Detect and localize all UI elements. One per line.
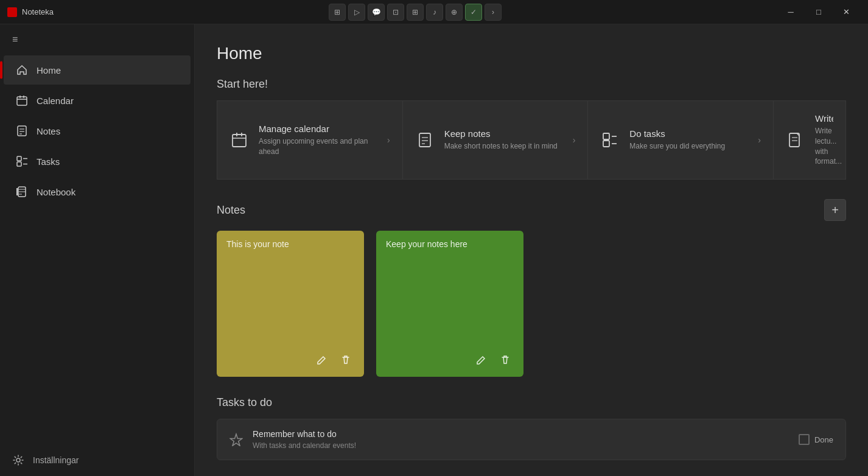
app-name: Noteteka [22, 7, 54, 16]
note-card-2[interactable]: Keep your notes here [376, 231, 523, 377]
notebook-icon [16, 186, 28, 198]
manage-calendar-icon [229, 130, 249, 150]
note-2-delete-button[interactable] [497, 351, 514, 368]
toolbar-btn-5[interactable]: ⊞ [407, 4, 424, 21]
note-card-1-text: This is your note [226, 239, 354, 249]
sidebar-item-notes[interactable]: Notes [4, 116, 191, 145]
close-button[interactable]: ✕ [833, 2, 861, 22]
titlebar-left: Noteteka [7, 7, 54, 17]
sidebar-item-notes-label: Notes [37, 126, 60, 136]
notes-section-title: Notes [217, 204, 245, 217]
write-icon [786, 130, 805, 150]
do-tasks-chevron: › [758, 135, 761, 145]
settings-label: Inställningar [33, 455, 79, 465]
minimize-button[interactable]: ─ [777, 2, 805, 22]
maximize-button[interactable]: □ [805, 2, 833, 22]
toolbar-btn-3[interactable]: 💬 [368, 4, 385, 21]
note-card-2-actions [386, 351, 514, 368]
svg-rect-1 [17, 97, 27, 105]
action-card-manage-calendar[interactable]: Manage calendar Assign upcoming events a… [217, 100, 402, 180]
do-tasks-subtitle: Make sure you did everything [629, 141, 748, 152]
svg-rect-9 [17, 156, 21, 161]
titlebar: Noteteka ⊞ ▷ 💬 ⊡ ⊞ ♪ ⊕ ✓ › ─ □ ✕ [0, 0, 868, 24]
manage-calendar-subtitle: Assign upcoming events and plan ahead [259, 136, 377, 157]
note-1-edit-button[interactable] [313, 351, 330, 368]
sidebar-item-home[interactable]: Home [4, 55, 191, 85]
titlebar-center-controls: ⊞ ▷ 💬 ⊡ ⊞ ♪ ⊕ ✓ › [329, 4, 502, 21]
task-1-subtitle: With tasks and calendar events! [253, 441, 789, 450]
task-1-star-button[interactable] [229, 433, 243, 446]
tasks-section-title: Tasks to do [217, 396, 846, 409]
svg-rect-31 [789, 133, 799, 147]
notes-grid: This is your note Keep your notes [217, 231, 846, 377]
sidebar-item-notebook-label: Notebook [37, 187, 75, 197]
settings-icon [12, 454, 24, 466]
action-card-keep-notes[interactable]: Keep notes Make short notes to keep it i… [402, 100, 588, 180]
toolbar-btn-1[interactable]: ⊞ [329, 4, 346, 21]
sidebar-item-calendar[interactable]: Calendar [4, 86, 191, 115]
svg-rect-28 [603, 141, 609, 147]
sidebar: ≡ Home Cale [0, 24, 195, 476]
action-card-do-tasks[interactable]: Do tasks Make sure you did everything › [587, 100, 773, 180]
svg-rect-10 [17, 162, 21, 166]
svg-rect-0 [9, 9, 15, 15]
svg-point-18 [16, 458, 20, 462]
keep-notes-text: Keep notes Make short notes to keep it i… [444, 128, 563, 152]
task-item-1: Remember what to do With tasks and calen… [217, 419, 846, 460]
home-icon [16, 64, 28, 76]
tasks-section: Tasks to do Remember what to do With tas… [217, 396, 846, 460]
keep-notes-icon [415, 130, 435, 150]
sidebar-item-notebook[interactable]: Notebook [4, 177, 191, 206]
action-card-write[interactable]: Write it d... Write lectu... with format… [773, 100, 846, 180]
svg-rect-27 [603, 133, 609, 139]
main-content: Home Start here! Manage calendar Assign … [195, 24, 868, 476]
task-1-title: Remember what to do [253, 429, 789, 439]
calendar-icon [16, 94, 28, 107]
toolbar-btn-4[interactable]: ⊡ [387, 4, 404, 21]
toolbar-btn-2[interactable]: ▷ [348, 4, 365, 21]
note-card-1[interactable]: This is your note [217, 231, 364, 377]
note-2-edit-button[interactable] [472, 351, 489, 368]
notes-header: Notes + [217, 199, 846, 221]
note-card-1-actions [226, 351, 354, 368]
manage-calendar-title: Manage calendar [259, 124, 377, 134]
write-text: Write it d... Write lectu... with format… [815, 113, 833, 167]
toolbar-btn-chevron[interactable]: › [485, 4, 502, 21]
sidebar-settings[interactable]: Inställningar [0, 444, 194, 476]
note-1-delete-button[interactable] [337, 351, 354, 368]
do-tasks-title: Do tasks [629, 128, 748, 139]
svg-rect-5 [18, 126, 26, 136]
manage-calendar-text: Manage calendar Assign upcoming events a… [259, 124, 377, 157]
write-title: Write it d... [815, 113, 833, 124]
keep-notes-subtitle: Make short notes to keep it in mind [444, 141, 563, 152]
do-tasks-icon [600, 130, 620, 150]
svg-rect-19 [233, 135, 246, 147]
task-1-content: Remember what to do With tasks and calen… [253, 429, 789, 450]
sidebar-item-tasks-label: Tasks [37, 156, 60, 167]
sidebar-nav: Home Calendar [0, 55, 194, 444]
task-1-checkbox[interactable] [799, 434, 810, 445]
tasks-icon [16, 155, 28, 167]
task-1-done: Done [799, 434, 833, 445]
app-logo [7, 7, 17, 17]
sidebar-item-calendar-label: Calendar [37, 96, 74, 106]
page-title: Home [217, 44, 846, 63]
add-note-button[interactable]: + [824, 199, 846, 221]
hamburger-menu[interactable]: ≡ [0, 24, 194, 55]
task-1-done-label: Done [814, 435, 833, 444]
sidebar-item-home-label: Home [37, 65, 61, 75]
action-cards: Manage calendar Assign upcoming events a… [217, 100, 846, 180]
toolbar-btn-7[interactable]: ⊕ [446, 4, 463, 21]
start-section-title: Start here! [217, 78, 846, 91]
window-controls: ─ □ ✕ [777, 2, 861, 22]
do-tasks-text: Do tasks Make sure you did everything [629, 128, 748, 152]
manage-calendar-chevron: › [387, 135, 390, 145]
svg-rect-23 [419, 133, 430, 147]
toolbar-btn-6[interactable]: ♪ [426, 4, 443, 21]
sidebar-item-tasks[interactable]: Tasks [4, 147, 191, 176]
keep-notes-chevron: › [573, 135, 576, 145]
notes-icon [16, 125, 28, 137]
toolbar-btn-8[interactable]: ✓ [465, 4, 482, 21]
keep-notes-title: Keep notes [444, 128, 563, 139]
note-card-2-text: Keep your notes here [386, 239, 514, 249]
